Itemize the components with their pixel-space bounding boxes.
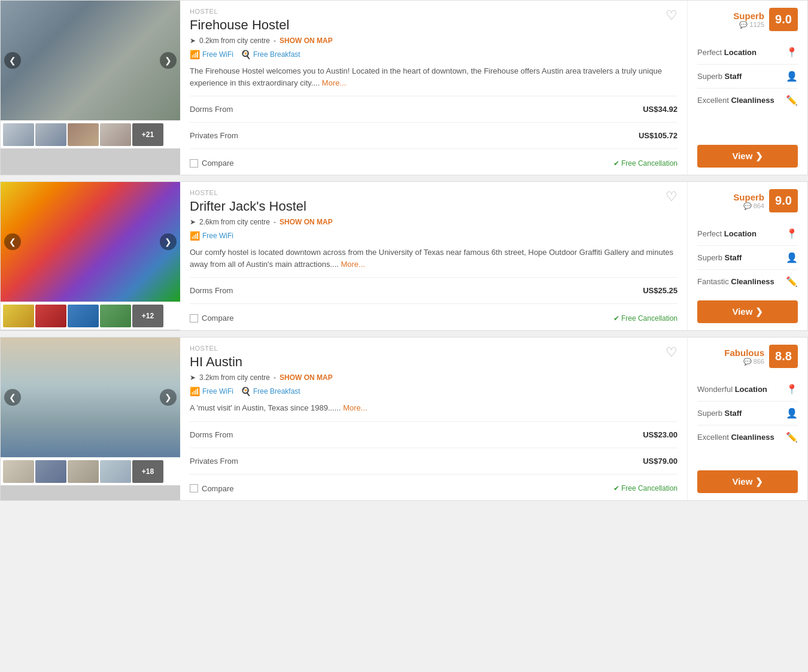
- compare-text: Compare: [202, 314, 233, 323]
- rating-item-bold-2: Cleanliness: [731, 433, 774, 442]
- thumbnail-2[interactable]: [68, 305, 99, 327]
- rating-header: Superb 💬 864 9.0: [697, 189, 798, 212]
- thumbnail-row: +21: [1, 120, 180, 148]
- dorms-label: Dorms From: [190, 430, 233, 439]
- rating-item-icon-1: 👤: [786, 71, 798, 82]
- rating-item-bold-1: Staff: [725, 253, 742, 262]
- amenity-label-1: Free Breakfast: [253, 50, 300, 59]
- rating-label-box: Superb 💬 864: [733, 192, 764, 210]
- show-on-map-link[interactable]: SHOW ON MAP: [280, 37, 333, 45]
- compare-label[interactable]: Compare: [190, 159, 233, 168]
- hostel-name: Drifter Jack's Hostel: [190, 199, 333, 214]
- dash-separator: -: [274, 37, 276, 45]
- thumbnail-row: +18: [1, 457, 180, 485]
- rating-item-icon-2: ✏️: [786, 431, 798, 443]
- thumbnail-3[interactable]: [100, 305, 131, 327]
- dash-separator: -: [274, 218, 276, 226]
- thumbnail-2[interactable]: [68, 460, 99, 483]
- rating-items: Wonderful Location 📍 Superb Staff 👤 Exce…: [697, 378, 798, 463]
- privates-label: Privates From: [190, 457, 238, 466]
- favorite-button[interactable]: ♡: [666, 189, 678, 205]
- dorms-price-row: Dorms From US$23.00: [190, 427, 678, 443]
- more-photos-button[interactable]: +12: [132, 305, 163, 327]
- prev-image-button[interactable]: ❮: [4, 389, 21, 406]
- amenity-icon-1: 🍳: [241, 387, 251, 396]
- free-cancellation-text: ✔ Free Cancellation: [613, 484, 678, 492]
- price-divider-privates: [190, 448, 678, 448]
- show-on-map-link[interactable]: SHOW ON MAP: [280, 218, 333, 226]
- card-main-drifter: HOSTEL Drifter Jack's Hostel ➤ 2.6km fro…: [180, 182, 688, 330]
- rating-label-box: Superb 💬 1125: [733, 11, 764, 29]
- hostel-name: Firehouse Hostel: [190, 17, 333, 33]
- hostel-card-firehouse: ❮ ❯ +21 HOSTEL Firehouse Hostel ➤ 0.2km …: [0, 0, 808, 175]
- main-image-container: ❮ ❯: [1, 1, 180, 120]
- thumbnail-0[interactable]: [3, 305, 34, 327]
- favorite-button[interactable]: ♡: [666, 345, 678, 360]
- dorms-label: Dorms From: [190, 286, 233, 295]
- next-image-button[interactable]: ❯: [160, 233, 177, 250]
- show-on-map-link[interactable]: SHOW ON MAP: [280, 373, 333, 382]
- view-button[interactable]: View ❯: [697, 470, 798, 493]
- thumbnail-1[interactable]: [35, 123, 66, 146]
- rating-score: 9.0: [769, 8, 798, 31]
- compass-icon: ➤: [190, 37, 196, 45]
- privates-price: US$79.00: [643, 457, 678, 466]
- rating-items: Perfect Location 📍 Superb Staff 👤 Excell…: [697, 41, 798, 138]
- rating-item-0: Perfect Location 📍: [697, 41, 798, 65]
- rating-score: 9.0: [769, 189, 798, 212]
- privates-price-row: Privates From US$105.72: [190, 127, 678, 144]
- hostel-card-drifter: ❮ ❯ +12 HOSTEL Drifter Jack's Hostel ➤ 2…: [0, 181, 808, 331]
- dorms-price: US$25.25: [643, 286, 678, 295]
- rating-item-0: Perfect Location 📍: [697, 222, 798, 246]
- more-link[interactable]: More...: [322, 78, 346, 87]
- more-link[interactable]: More...: [341, 260, 364, 269]
- prev-image-button[interactable]: ❮: [4, 233, 21, 250]
- next-image-button[interactable]: ❯: [160, 52, 177, 69]
- thumbnail-3[interactable]: [100, 460, 131, 483]
- compare-checkbox[interactable]: [190, 314, 198, 323]
- thumbnail-0[interactable]: [3, 460, 34, 483]
- view-button[interactable]: View ❯: [697, 145, 798, 168]
- rating-item-bold-0: Location: [724, 229, 757, 238]
- rating-header: Superb 💬 1125 9.0: [697, 8, 798, 31]
- main-image-container: ❮ ❯: [1, 337, 180, 457]
- rating-item-2: Excellent Cleanliness ✏️: [697, 425, 798, 449]
- thumbnail-2[interactable]: [68, 123, 99, 146]
- amenity-label-0: Free WiFi: [202, 232, 233, 240]
- amenities-row: 📶 Free WiFi 🍳 Free Breakfast: [190, 387, 333, 396]
- prev-image-button[interactable]: ❮: [4, 52, 21, 69]
- more-photos-button[interactable]: +21: [132, 123, 163, 146]
- more-link[interactable]: More...: [343, 403, 367, 412]
- dorms-price: US$34.92: [643, 105, 678, 114]
- hostel-description: A 'must visit' in Austin, Texas since 19…: [190, 402, 678, 414]
- compare-text: Compare: [202, 484, 233, 493]
- amenity-free-breakfast: 🍳 Free Breakfast: [241, 50, 300, 59]
- dorms-price: US$23.00: [643, 430, 678, 439]
- compare-label[interactable]: Compare: [190, 314, 233, 323]
- thumbnail-3[interactable]: [100, 123, 131, 146]
- rating-word: Fabulous: [724, 348, 764, 358]
- bottom-divider: [190, 148, 678, 149]
- hostel-type-label: HOSTEL: [190, 189, 333, 196]
- rating-item-icon-0: 📍: [786, 47, 798, 58]
- thumbnail-1[interactable]: [35, 460, 66, 483]
- compare-label[interactable]: Compare: [190, 484, 233, 493]
- compare-checkbox[interactable]: [190, 159, 198, 168]
- rating-item-bold-2: Cleanliness: [731, 96, 774, 105]
- compare-checkbox[interactable]: [190, 484, 198, 492]
- thumbnail-1[interactable]: [35, 305, 66, 327]
- next-image-button[interactable]: ❯: [160, 389, 177, 406]
- more-photos-button[interactable]: +18: [132, 460, 163, 483]
- dorms-price-row: Dorms From US$34.92: [190, 101, 678, 117]
- view-button[interactable]: View ❯: [697, 300, 798, 323]
- rating-item-label-1: Superb Staff: [697, 253, 742, 262]
- image-section-hi-austin: ❮ ❯ +18: [1, 337, 180, 500]
- rating-header: Fabulous 💬 866 8.8: [697, 345, 798, 368]
- thumbnail-0[interactable]: [3, 123, 34, 146]
- distance-text: 0.2km from city centre: [199, 37, 270, 45]
- rating-item-label-0: Wonderful Location: [697, 385, 767, 394]
- favorite-button[interactable]: ♡: [666, 8, 678, 23]
- rating-item-icon-0: 📍: [786, 228, 798, 239]
- amenity-icon-0: 📶: [190, 50, 200, 59]
- location-row: ➤ 0.2km from city centre - SHOW ON MAP: [190, 37, 333, 45]
